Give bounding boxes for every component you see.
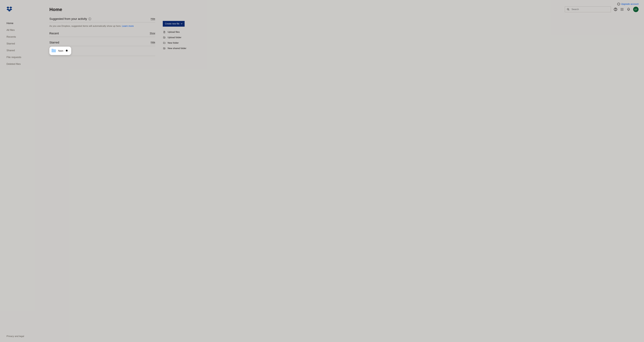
sidebar-item-home[interactable]: Home (6, 20, 40, 27)
suggested-body: As you use Dropbox, suggested items will… (49, 24, 155, 28)
avatar[interactable]: DT (633, 7, 638, 12)
starred-hide-toggle[interactable]: Hide (151, 41, 155, 44)
file-upload-icon (163, 31, 166, 34)
svg-rect-10 (622, 8, 622, 9)
folder-plus-icon (163, 47, 166, 50)
action-label: New folder (168, 42, 179, 44)
sidebar-item-starred[interactable]: Starred (6, 40, 40, 47)
search-icon (566, 8, 570, 11)
starred-item-label: Apps (58, 50, 63, 52)
upload-files-action[interactable]: Upload files (163, 29, 192, 35)
upgrade-account-link[interactable]: ↑ Upgrade account (617, 3, 638, 6)
folder-upload-icon (163, 36, 166, 39)
svg-marker-0 (6, 7, 9, 9)
svg-rect-16 (622, 10, 622, 11)
help-icon[interactable] (614, 8, 618, 11)
dropbox-logo[interactable] (6, 7, 40, 12)
svg-rect-12 (621, 9, 621, 10)
apps-grid-icon[interactable] (620, 8, 624, 11)
upgrade-arrow-icon: ↑ (617, 3, 620, 6)
sidebar: Home All files Recents Starred Shared Fi… (0, 0, 42, 342)
svg-rect-14 (623, 9, 624, 10)
svg-point-5 (567, 9, 569, 10)
notifications-icon[interactable] (627, 8, 630, 11)
svg-marker-1 (9, 7, 12, 9)
search-input[interactable] (572, 8, 609, 11)
privacy-legal-link[interactable]: Privacy and legal (6, 335, 40, 339)
suggested-title-text: Suggested from your activity (49, 17, 87, 21)
starred-item-apps[interactable]: Apps (49, 47, 71, 55)
starred-section: Starred Hide Apps (49, 41, 155, 56)
star-icon (65, 49, 68, 53)
recent-section: Recent Show (49, 32, 155, 37)
page-title: Home (49, 7, 62, 12)
recent-show-toggle[interactable]: Show (150, 32, 155, 35)
action-label: Upload folder (168, 36, 181, 39)
svg-rect-11 (623, 8, 624, 9)
folder-icon (163, 42, 166, 44)
sidebar-nav: Home All files Recents Starred Shared Fi… (6, 20, 40, 335)
sidebar-item-file-requests[interactable]: File requests (6, 54, 40, 61)
upload-folder-action[interactable]: Upload folder (163, 35, 192, 40)
svg-point-8 (616, 10, 616, 10)
search-box[interactable] (565, 7, 611, 12)
dropbox-icon (6, 7, 12, 12)
create-new-file-button[interactable]: Create new file (163, 21, 184, 27)
main-content: ↑ Upgrade account Home (42, 0, 644, 342)
folder-icon (51, 49, 56, 53)
suggested-title: Suggested from your activity i (49, 17, 91, 21)
sidebar-item-shared[interactable]: Shared (6, 47, 40, 54)
new-folder-action[interactable]: New folder (163, 40, 192, 46)
actions-panel: Create new file Upload files (163, 17, 192, 51)
new-shared-folder-action[interactable]: New shared folder (163, 46, 192, 51)
suggested-section: Suggested from your activity i Hide As y… (49, 17, 155, 28)
topbar: Home (49, 7, 638, 12)
chevron-down-icon (181, 23, 182, 25)
svg-line-6 (568, 10, 569, 11)
action-label: Upload files (168, 31, 180, 34)
info-icon[interactable]: i (88, 18, 91, 20)
upgrade-label: Upgrade account (621, 3, 638, 6)
recent-title: Recent (49, 32, 59, 35)
create-new-file-label: Create new file (165, 23, 180, 25)
action-label: New shared folder (168, 47, 186, 50)
sidebar-item-recents[interactable]: Recents (6, 34, 40, 40)
sidebar-item-deleted-files[interactable]: Deleted files (6, 61, 40, 67)
suggested-hide-toggle[interactable]: Hide (151, 18, 155, 20)
starred-title: Starred (49, 41, 59, 44)
svg-rect-17 (623, 10, 624, 11)
sidebar-item-all-files[interactable]: All files (6, 27, 40, 34)
learn-more-link[interactable]: Learn more (122, 25, 134, 27)
svg-rect-13 (622, 9, 622, 10)
sections: Suggested from your activity i Hide As y… (49, 17, 155, 60)
svg-rect-9 (621, 8, 621, 9)
suggested-body-text: As you use Dropbox, suggested items will… (49, 25, 122, 27)
svg-rect-15 (621, 10, 621, 11)
